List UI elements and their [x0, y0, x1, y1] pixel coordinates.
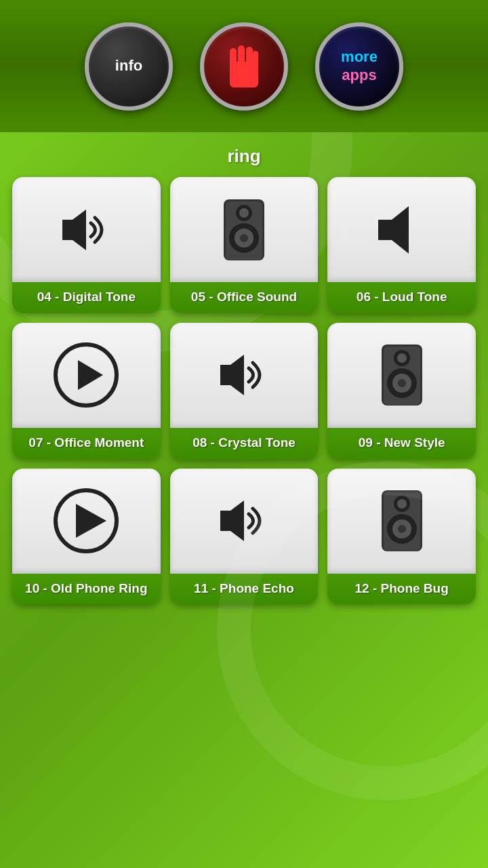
svg-marker-16	[220, 355, 244, 395]
svg-rect-1	[230, 48, 237, 67]
speaker-big-icon	[371, 487, 432, 555]
speaker-small-icon	[375, 203, 429, 257]
info-label: info	[115, 57, 142, 75]
svg-point-20	[397, 353, 407, 363]
info-button[interactable]: info	[85, 22, 173, 111]
svg-rect-2	[238, 45, 245, 66]
icon-area-11	[170, 469, 319, 574]
item-label-08: 08 - Crystal Tone	[170, 428, 319, 459]
svg-marker-25	[76, 504, 106, 538]
ring-label: ring	[12, 146, 476, 167]
grid-item-05[interactable]: 05 - Office Sound	[170, 177, 319, 313]
grid-item-11[interactable]: 11 - Phone Echo	[170, 469, 319, 605]
speaker-sound-icon	[56, 203, 117, 257]
icon-area-04	[12, 177, 161, 282]
play-circle-icon	[52, 341, 120, 409]
item-label-06: 06 - Loud Tone	[327, 282, 476, 313]
svg-marker-15	[78, 360, 103, 390]
item-label-09: 09 - New Style	[327, 428, 476, 459]
icon-area-08	[170, 323, 319, 428]
icon-area-09	[327, 323, 476, 428]
svg-marker-13	[378, 206, 409, 254]
icon-area-12	[327, 469, 476, 574]
grid-item-09[interactable]: 09 - New Style	[327, 323, 476, 459]
icon-area-06	[327, 177, 476, 282]
grid-item-08[interactable]: 08 - Crystal Tone	[170, 323, 319, 459]
item-label-07: 07 - Office Moment	[12, 428, 161, 459]
item-label-10: 10 - Old Phone Ring	[12, 574, 161, 605]
grid-item-07[interactable]: 07 - Office Moment	[12, 323, 161, 459]
icon-area-05	[170, 177, 319, 282]
grid-item-12[interactable]: 12 - Phone Bug	[327, 469, 476, 605]
svg-point-33	[398, 525, 406, 533]
speaker-big-icon	[371, 341, 432, 409]
grid-item-10[interactable]: 10 - Old Phone Ring	[12, 469, 161, 605]
speaker-sound-icon	[214, 348, 274, 402]
svg-rect-4	[253, 51, 258, 67]
icon-area-10	[12, 469, 161, 574]
grid-item-04[interactable]: 04 - Digital Tone	[12, 177, 161, 313]
icon-area-07	[12, 323, 161, 428]
svg-point-9	[239, 208, 249, 218]
more-apps-label: more apps	[341, 48, 378, 84]
item-label-11: 11 - Phone Echo	[170, 574, 319, 605]
more-apps-button[interactable]: more apps	[315, 22, 403, 111]
grid-section: ring 04 - Digital Tone 05 - Office Sound…	[0, 132, 488, 611]
play-circle2-icon	[52, 487, 120, 555]
item-label-04: 04 - Digital Tone	[12, 282, 161, 313]
svg-point-30	[397, 499, 407, 509]
speaker-sound-icon	[214, 494, 274, 548]
item-label-05: 05 - Office Sound	[170, 282, 319, 313]
stop-button[interactable]	[200, 22, 288, 111]
svg-point-23	[398, 379, 406, 387]
item-label-12: 12 - Phone Bug	[327, 574, 476, 605]
svg-point-12	[240, 234, 248, 242]
header-bar: info more apps	[0, 0, 488, 132]
grid-item-06[interactable]: 06 - Loud Tone	[327, 177, 476, 313]
svg-marker-5	[62, 210, 86, 250]
svg-marker-26	[220, 500, 244, 541]
hand-icon	[223, 43, 265, 90]
speaker-big-icon	[214, 196, 274, 264]
svg-rect-3	[246, 47, 253, 66]
sound-grid: 04 - Digital Tone 05 - Office Sound 06 -…	[12, 177, 476, 604]
